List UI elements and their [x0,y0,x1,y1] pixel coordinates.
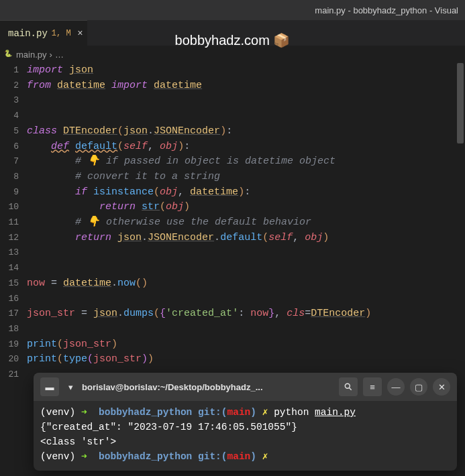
breadcrumb-separator-icon: › [50,50,52,60]
tab-modified-indicator: 1, M [52,29,71,38]
terminal-title: borislav@borislav:~/Desktop/bobbyhadz_..… [82,382,333,392]
maximize-button[interactable]: ▢ [410,378,427,396]
code-area[interactable]: import json from datetime import datetim… [27,63,465,378]
breadcrumb[interactable]: 🐍 main.py › … [0,46,465,63]
breadcrumb-more: … [55,50,64,60]
close-button[interactable]: ✕ [433,378,450,396]
code-editor[interactable]: 123 456 789 101112 131415 161718 192021 … [0,63,465,378]
tab-close-icon[interactable]: × [77,28,83,39]
search-icon[interactable] [339,377,358,396]
python-file-icon: 🐍 [4,50,13,59]
tab-bar: main.py 1, M × [0,20,465,46]
svg-line-1 [349,388,351,390]
terminal-dropdown-icon[interactable]: ▾ [64,377,76,396]
tab-filename: main.py [8,28,48,39]
breadcrumb-file: main.py [16,50,47,60]
terminal-output[interactable]: (venv) ➜ bobbyhadz_python git:(main) ✗ p… [34,401,457,471]
minimize-button[interactable]: — [387,378,405,396]
tab-main-py[interactable]: main.py 1, M × [0,20,87,46]
code-content[interactable]: import json from datetime import datetim… [27,63,465,367]
menu-icon[interactable]: ≡ [363,377,382,396]
line-number-gutter: 123 456 789 101112 131415 161718 192021 [0,63,27,378]
editor-scrollbar[interactable] [457,63,464,143]
terminal-titlebar[interactable]: ▬ ▾ borislav@borislav:~/Desktop/bobbyhad… [34,373,457,401]
window-title: main.py - bobbyhadz_python - Visual [315,5,458,15]
terminal-new-tab-button[interactable]: ▬ [40,377,59,396]
window-titlebar: main.py - bobbyhadz_python - Visual [0,0,465,20]
svg-point-0 [345,383,350,388]
terminal-window: ▬ ▾ borislav@borislav:~/Desktop/bobbyhad… [34,373,457,471]
